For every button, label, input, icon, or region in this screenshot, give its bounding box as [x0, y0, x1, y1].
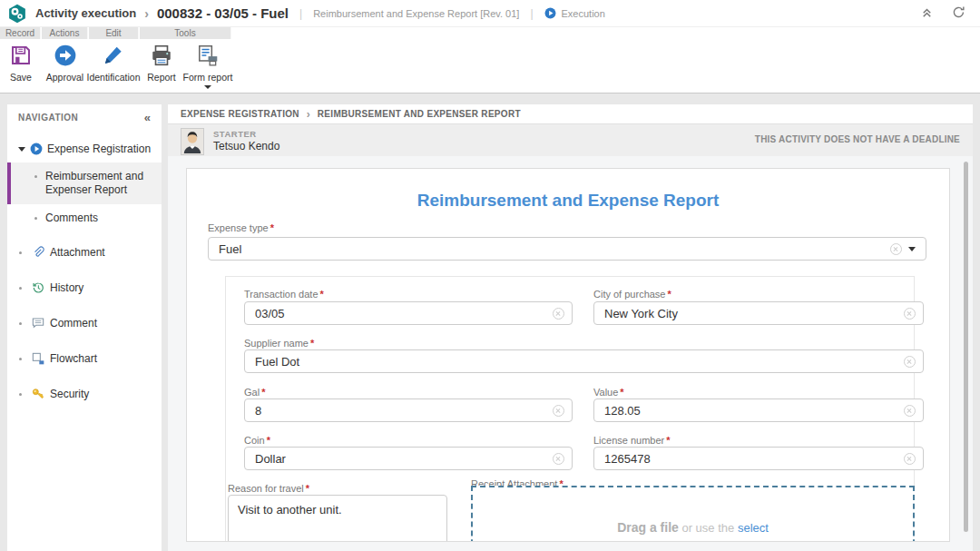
- supplier-name-label: Supplier name*: [244, 338, 314, 349]
- approval-label: Approval: [42, 72, 88, 83]
- supplier-name-input[interactable]: [244, 349, 924, 373]
- paperclip-icon: [31, 245, 45, 260]
- bullet-icon: [34, 217, 37, 220]
- deadline-notice: THIS ACTIVITY DOES NOT HAVE A DEADLINE: [755, 134, 960, 144]
- history-clock-icon: [31, 280, 45, 295]
- required-marker: *: [310, 338, 314, 349]
- flowchart-icon: [31, 351, 45, 366]
- navigation-sidebar: NAVIGATION « Expense Registration Reimbu…: [7, 104, 162, 551]
- report-button[interactable]: Report: [142, 42, 181, 83]
- breadcrumb-item[interactable]: EXPENSE REGISTRATION: [181, 109, 299, 119]
- value-input[interactable]: [593, 398, 924, 422]
- sidebar-item-label: Expense Registration: [47, 143, 151, 155]
- toolbar-group-tools: Tools: [140, 27, 231, 39]
- bullet-icon: [19, 358, 22, 360]
- bullet-icon: [19, 251, 22, 254]
- app-logo-icon: [7, 4, 27, 24]
- or-use-text: or use the: [681, 521, 734, 535]
- sidebar-item-security[interactable]: Security: [7, 379, 162, 409]
- play-icon: [544, 7, 556, 19]
- approval-button[interactable]: Approval: [42, 42, 88, 83]
- form-report-dropdown-icon[interactable]: [204, 85, 211, 89]
- value-label: Value*: [593, 387, 624, 398]
- clear-icon[interactable]: [904, 356, 916, 368]
- license-number-input[interactable]: [593, 447, 924, 470]
- sidebar-item-history[interactable]: History: [7, 272, 162, 303]
- clear-icon[interactable]: [904, 308, 916, 320]
- reason-for-travel-label: Reason for travel*: [228, 483, 309, 494]
- toolbar-group-record: Record: [0, 27, 41, 39]
- city-of-purchase-input[interactable]: [593, 301, 924, 325]
- chevron-down-icon[interactable]: [908, 247, 916, 251]
- form-report-label: Form report: [182, 72, 233, 83]
- sidebar-item-attachment[interactable]: Attachment: [7, 237, 162, 268]
- required-marker: *: [261, 387, 265, 398]
- refresh-icon[interactable]: [952, 5, 965, 23]
- navigation-title: NAVIGATION: [18, 113, 78, 123]
- clear-icon[interactable]: [553, 405, 564, 417]
- receipt-dropzone[interactable]: Drag a file or use the select: [471, 486, 915, 542]
- toolbar-group-edit: Edit: [89, 27, 139, 39]
- collapse-header-icon[interactable]: [920, 5, 934, 23]
- required-marker: *: [267, 435, 270, 446]
- clear-icon[interactable]: [904, 405, 916, 417]
- sidebar-item-flowchart[interactable]: Flowchart: [7, 343, 162, 374]
- clear-icon[interactable]: [890, 243, 902, 255]
- required-marker: *: [667, 289, 671, 300]
- sidebar-collapse-icon[interactable]: «: [144, 111, 151, 124]
- save-icon: [2, 42, 40, 69]
- play-icon: [30, 143, 43, 155]
- vertical-scrollbar[interactable]: [964, 162, 968, 532]
- tree-caret-icon[interactable]: [18, 147, 25, 152]
- clear-icon[interactable]: [904, 453, 916, 465]
- form-content-area: Reimbursement and Expense Report Expense…: [168, 156, 973, 551]
- title-separator: |: [299, 7, 302, 20]
- clear-icon[interactable]: [553, 453, 564, 465]
- identification-button[interactable]: Identification: [84, 42, 142, 83]
- starter-name: Tetsuo Kendo: [213, 140, 279, 153]
- sidebar-item-label: Comments: [45, 212, 98, 224]
- transaction-date-input[interactable]: [244, 301, 573, 325]
- sidebar-item-comments[interactable]: Comments: [7, 204, 162, 232]
- record-title: 000832 - 03/05 - Fuel: [157, 5, 289, 21]
- breadcrumb-item: REIMBURSEMENT AND EXPENSER REPORT: [318, 109, 521, 119]
- bullet-icon: [34, 175, 37, 178]
- sidebar-item-expense-registration[interactable]: Expense Registration: [7, 135, 162, 162]
- bullet-icon: [19, 393, 22, 396]
- required-marker: *: [320, 289, 324, 300]
- title-chevron: ›: [144, 6, 149, 21]
- transaction-date-label: Transaction date*: [244, 289, 324, 300]
- coin-input[interactable]: [244, 447, 573, 470]
- pencil-icon: [84, 42, 142, 69]
- report-label: Report: [142, 72, 181, 83]
- form-title: Reimbursement and Expense Report: [187, 191, 949, 211]
- city-of-purchase-label: City of purchase*: [593, 289, 671, 300]
- sidebar-item-label: Comment: [50, 317, 97, 330]
- select-file-link[interactable]: select: [738, 521, 769, 535]
- clear-icon[interactable]: [553, 308, 564, 320]
- form-card: Reimbursement and Expense Report Expense…: [186, 168, 950, 542]
- sidebar-item-comment[interactable]: Comment: [7, 308, 162, 339]
- main-panel: EXPENSE REGISTRATION › REIMBURSEMENT AND…: [168, 104, 973, 551]
- speech-bubble-icon: [31, 316, 45, 330]
- license-number-label: License number*: [593, 435, 671, 446]
- form-report-icon: [182, 42, 233, 69]
- gal-label: Gal*: [244, 387, 265, 398]
- toolbar-group-actions: Actions: [42, 27, 88, 39]
- breadcrumb-chevron: ›: [307, 108, 310, 121]
- drag-file-text: Drag a file: [617, 520, 679, 535]
- sidebar-item-label: Security: [50, 388, 89, 400]
- required-marker: *: [666, 435, 670, 446]
- sidebar-item-label: Flowchart: [50, 352, 97, 365]
- execution-step: Execution: [544, 7, 605, 19]
- sidebar-item-reimbursement-report[interactable]: Reimbursement and Expenser Report: [7, 162, 162, 204]
- required-marker: *: [620, 387, 623, 398]
- gal-input[interactable]: [244, 398, 573, 422]
- form-report-button[interactable]: Form report: [182, 42, 233, 89]
- sidebar-item-label: Attachment: [50, 246, 105, 259]
- starter-row: STARTER Tetsuo Kendo THIS ACTIVITY DOES …: [168, 124, 973, 156]
- starter-avatar: [181, 128, 204, 155]
- reason-for-travel-textarea[interactable]: Visit to another unit.: [228, 495, 447, 542]
- save-button[interactable]: Save: [2, 42, 40, 83]
- expense-type-input[interactable]: [208, 237, 926, 261]
